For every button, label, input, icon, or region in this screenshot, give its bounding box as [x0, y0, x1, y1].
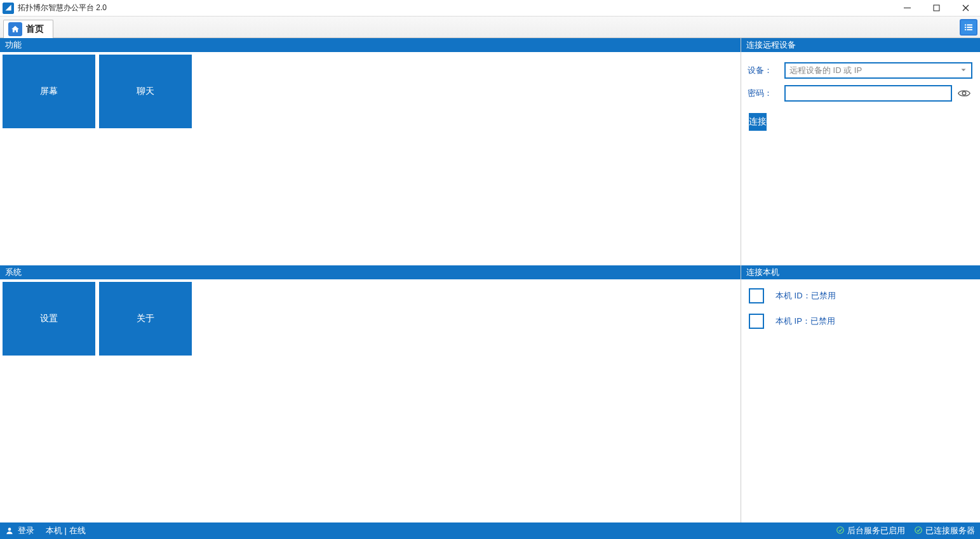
bg-service-label: 后台服务已启用	[847, 525, 905, 536]
connect-button-label: 连接	[749, 116, 767, 128]
local-id-checkbox[interactable]	[749, 288, 764, 303]
remote-panel-body: 设备： 远程设备的 ID 或 IP 密码：	[741, 52, 980, 265]
device-label: 设备：	[748, 65, 773, 76]
tile-settings-label: 设置	[40, 313, 58, 324]
password-label: 密码：	[748, 88, 773, 99]
tab-home-label: 首页	[26, 23, 44, 35]
right-column: 连接远程设备 设备： 远程设备的 ID 或 IP 密码：	[741, 38, 980, 522]
remote-panel-header: 连接远程设备	[741, 38, 980, 52]
tile-settings[interactable]: 设置	[3, 282, 95, 356]
person-icon	[5, 526, 14, 535]
svg-rect-4	[967, 27, 972, 28]
menu-button[interactable]	[960, 19, 977, 36]
chevron-down-icon	[960, 66, 967, 76]
close-button[interactable]	[951, 0, 980, 17]
local-status: 本机 | 在线	[46, 525, 86, 536]
system-panel-body: 设置 关于	[0, 279, 741, 522]
svg-point-9	[837, 526, 844, 533]
app-icon: ◢	[3, 3, 14, 14]
tile-about-label: 关于	[137, 313, 154, 324]
local-id-row: 本机 ID：已禁用	[744, 283, 977, 309]
tile-screen-label: 屏幕	[40, 86, 58, 97]
main-area: 功能 屏幕 聊天 系统 设置 关于 连接远程设备 设备：	[0, 38, 980, 522]
status-bar: 登录 本机 | 在线 后台服务已启用 已连接服务器	[0, 522, 980, 539]
minimize-button[interactable]	[892, 0, 922, 17]
device-row: 设备： 远程设备的 ID 或 IP	[748, 62, 972, 79]
tile-chat[interactable]: 聊天	[99, 55, 192, 128]
tab-home[interactable]: 首页	[3, 20, 53, 38]
local-ip-row: 本机 IP：已禁用	[744, 309, 977, 334]
window-title: 拓扑博尔智慧办公平台 2.0	[18, 3, 107, 13]
functions-panel: 功能 屏幕 聊天	[0, 38, 741, 265]
svg-point-7	[962, 91, 966, 95]
svg-rect-0	[934, 5, 939, 11]
window-controls	[892, 0, 980, 17]
svg-point-10	[915, 526, 922, 533]
titlebar: ◢ 拓扑博尔智慧办公平台 2.0	[0, 0, 980, 17]
minimize-icon	[904, 4, 911, 11]
local-ip-label: 本机 IP：已禁用	[775, 316, 835, 327]
check-circle-icon	[836, 526, 845, 536]
status-right: 后台服务已启用 已连接服务器	[836, 525, 975, 536]
system-panel-header: 系统	[0, 265, 741, 279]
svg-rect-5	[965, 29, 966, 30]
maximize-icon	[933, 4, 940, 11]
login-link[interactable]: 登录	[18, 525, 34, 536]
eye-icon	[957, 86, 971, 100]
check-circle-icon	[914, 526, 923, 536]
local-id-label: 本机 ID：已禁用	[775, 290, 836, 302]
local-panel: 连接本机 本机 ID：已禁用 本机 IP：已禁用	[741, 265, 980, 522]
device-placeholder: 远程设备的 ID 或 IP	[789, 65, 862, 76]
show-password-button[interactable]	[956, 85, 972, 102]
device-combobox[interactable]: 远程设备的 ID 或 IP	[784, 62, 972, 79]
svg-rect-3	[965, 27, 966, 28]
remote-panel: 连接远程设备 设备： 远程设备的 ID 或 IP 密码：	[741, 38, 980, 265]
home-icon	[8, 22, 22, 36]
local-panel-body: 本机 ID：已禁用 本机 IP：已禁用	[741, 279, 980, 522]
tile-about[interactable]: 关于	[99, 282, 192, 356]
local-panel-header: 连接本机	[741, 265, 980, 279]
local-ip-checkbox[interactable]	[749, 314, 764, 329]
tile-chat-label: 聊天	[137, 86, 154, 97]
functions-panel-header: 功能	[0, 38, 741, 52]
system-panel: 系统 设置 关于	[0, 265, 741, 522]
password-input[interactable]	[784, 85, 952, 102]
left-column: 功能 屏幕 聊天 系统 设置 关于	[0, 38, 741, 522]
svg-rect-1	[965, 24, 966, 25]
status-left: 登录 本机 | 在线	[5, 525, 86, 536]
connect-button[interactable]: 连接	[749, 113, 767, 131]
system-tiles: 设置 关于	[3, 282, 738, 356]
svg-rect-2	[967, 24, 972, 25]
function-tiles: 屏幕 聊天	[3, 55, 738, 128]
tile-screen[interactable]: 屏幕	[3, 55, 95, 128]
svg-rect-6	[967, 29, 972, 30]
list-icon	[963, 22, 974, 32]
server-status: 已连接服务器	[914, 525, 975, 536]
functions-panel-body: 屏幕 聊天	[0, 52, 741, 265]
close-icon	[962, 4, 969, 11]
server-status-label: 已连接服务器	[925, 525, 975, 536]
tabbar: 首页	[0, 17, 980, 38]
maximize-button[interactable]	[922, 0, 951, 17]
bg-service-status: 后台服务已启用	[836, 525, 905, 536]
svg-point-8	[8, 528, 11, 531]
password-row: 密码：	[748, 85, 972, 102]
